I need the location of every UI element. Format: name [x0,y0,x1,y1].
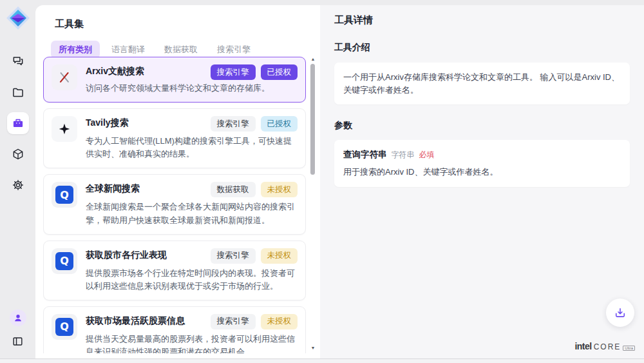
toolset-title: 工具集 [55,18,320,30]
settings-gear-icon[interactable] [7,174,29,196]
tool-name: Arxiv文献搜索 [86,64,211,77]
download-icon [614,306,627,319]
category-badge: 数据获取 [211,182,256,197]
juhe-q-icon: Q [52,314,77,340]
intel-core-logo: intel core Ultra [574,341,635,351]
juhe-q-icon: Q [52,248,77,274]
tool-card-global-news[interactable]: Q 全球新闻搜索 数据获取 未授权 全球新闻搜索是一个聚合全球各大新闻网站内容的… [43,174,306,234]
collapse-sidebar-icon[interactable] [10,333,26,349]
auth-badge: 未授权 [261,314,298,329]
tool-details-panel: 工具详情 工具介绍 一个用于从Arxiv存储库搜索科学论文和文章的工具。 输入可… [320,5,644,358]
category-badge: 搜索引擎 [211,116,256,132]
intro-text: 一个用于从Arxiv存储库搜索科学论文和文章的工具。 输入可以是Arxiv ID… [334,63,630,104]
auth-badge: 未授权 [261,182,298,197]
intro-heading: 工具介绍 [334,42,630,54]
tab-translation[interactable]: 语言翻译 [104,41,153,59]
params-heading: 参数 [334,120,630,132]
tool-desc: 全球新闻搜索是一个聚合全球各大新闻网站内容的搜索引擎，帮助用户快速获取全球最新资… [86,201,298,226]
param-type: 字符串 [392,150,415,161]
ultra-badge: Ultra [623,346,635,351]
chat-icon[interactable] [7,50,29,72]
download-button[interactable] [606,299,634,327]
package-icon[interactable] [7,143,29,165]
left-rail [0,0,35,358]
tab-all-categories[interactable]: 所有类别 [51,41,100,59]
tavily-star-icon [52,116,77,142]
auth-badge: 已授权 [261,64,298,80]
tool-desc: 专为人工智能代理(LLM)构建的搜索引擎工具，可快速提供实时、准确和真实的结果。 [86,135,298,161]
tab-data-fetch[interactable]: 数据获取 [156,41,205,59]
list-scrollbar[interactable]: ▲ ▼ [310,58,316,349]
scrollbar-thumb[interactable] [310,64,315,175]
param-desc: 用于搜索的Arxiv ID、关键字或作者姓名。 [343,166,621,178]
param-card: 查询字符串 字符串 必填 用于搜索的Arxiv ID、关键字或作者姓名。 [334,140,630,187]
tool-desc: 提供股票市场各个行业在特定时间段内的表现。投资者可以利用这些信息来识别表现优于或… [86,267,298,293]
scroll-up-arrow-icon[interactable]: ▲ [310,57,316,62]
user-avatar[interactable] [10,309,26,326]
param-required-badge: 必填 [419,150,435,161]
tool-card-most-active-stocks[interactable]: Q 获取市场最活跃股票信息 搜索引擎 未授权 提供当天交易量最高的股票列表，投资… [43,306,306,353]
core-wordmark: core [594,342,621,351]
scroll-down-arrow-icon[interactable]: ▼ [310,346,316,351]
category-tabs: 所有类别 语言翻译 数据获取 搜索引擎 [51,41,320,59]
app-logo [5,5,31,31]
tool-desc: 提供当天交易量最高的股票列表，投资者可以利用这些信息来识别流动性强的股票和潜在的… [86,333,298,353]
auth-badge: 已授权 [261,116,298,132]
tool-card-tavily[interactable]: Tavily搜索 搜索引擎 已授权 专为人工智能代理(LLM)构建的搜索引擎工具… [43,108,306,168]
tool-card-sector-performance[interactable]: Q 获取股市各行业表现 搜索引擎 未授权 提供股票市场各个行业在特定时间段内的表… [43,240,306,300]
details-title: 工具详情 [334,14,630,26]
tool-name: 全球新闻搜索 [86,182,211,195]
app-window: 工具集 所有类别 语言翻译 数据获取 搜索引擎 Arxiv文献搜索 [0,0,644,363]
juhe-q-icon: Q [52,182,77,208]
tab-search-engine[interactable]: 搜索引擎 [209,41,258,59]
toolbox-icon[interactable] [7,112,29,134]
auth-badge: 未授权 [261,248,298,264]
arxiv-icon [52,64,77,90]
category-badge: 搜索引擎 [211,314,256,329]
intel-wordmark: intel [574,341,591,351]
tool-desc: 访问各个研究领域大量科学论文和文章的存储库。 [86,82,298,95]
category-badge: 搜索引擎 [211,64,256,80]
param-name: 查询字符串 [343,149,387,161]
tool-name: Tavily搜索 [86,116,211,129]
folder-icon[interactable] [7,81,29,103]
category-badge: 搜索引擎 [211,248,256,264]
bottom-strip [0,359,644,363]
tool-list: Arxiv文献搜索 搜索引擎 已授权 访问各个研究领域大量科学论文和文章的存储库… [43,57,306,353]
tool-name: 获取市场最活跃股票信息 [86,314,211,327]
tool-name: 获取股市各行业表现 [86,248,211,261]
tool-card-arxiv[interactable]: Arxiv文献搜索 搜索引擎 已授权 访问各个研究领域大量科学论文和文章的存储库… [43,57,306,103]
toolset-panel: 工具集 所有类别 语言翻译 数据获取 搜索引擎 Arxiv文献搜索 [35,5,320,358]
